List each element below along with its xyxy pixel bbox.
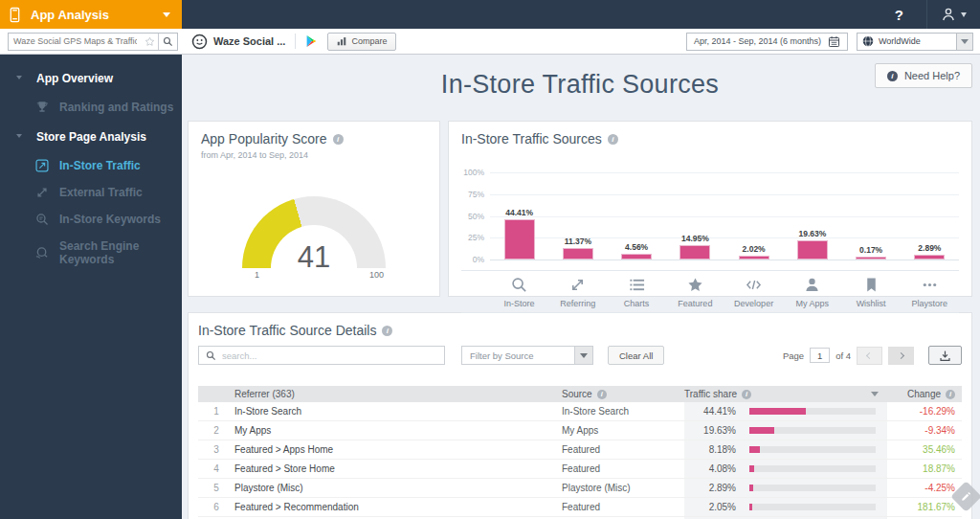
share-bar-track <box>749 446 876 453</box>
y-tick: 50% <box>468 212 484 221</box>
table-row[interactable]: 6 Featured > Recommendation Featured 2.0… <box>198 498 962 517</box>
sidebar-item-in-store-keywords[interactable]: In-Store Keywords <box>0 206 182 233</box>
sidebar-item-search-engine-keywords[interactable]: Search Engine Keywords <box>0 233 182 273</box>
user-menu[interactable] <box>926 0 980 29</box>
sidebar-item-external-traffic[interactable]: External Traffic <box>0 179 182 206</box>
info-icon[interactable] <box>946 390 955 399</box>
sidebar-item-ranking-and-ratings[interactable]: Ranking and Ratings <box>0 94 182 121</box>
sidebar-item-label: In-Store Traffic <box>59 159 141 172</box>
bar-developer[interactable]: 2.02% <box>724 244 783 259</box>
bar <box>564 249 592 259</box>
bookmark-icon <box>863 280 880 296</box>
bar-value-label: 2.89% <box>918 243 941 253</box>
info-icon[interactable] <box>333 134 344 145</box>
category-referring[interactable]: Referring <box>548 277 607 308</box>
info-icon[interactable] <box>597 390 607 399</box>
current-app-chip[interactable]: Waze Social ... <box>191 34 285 50</box>
share-value: 2.89% <box>684 483 736 493</box>
page-number-input[interactable] <box>810 348 830 363</box>
toolbar: Waze Social ... Compare Apr, 2014 - Sep,… <box>0 29 980 55</box>
traffic-share-column-header[interactable]: Traffic share <box>684 389 737 399</box>
table-search-box <box>198 346 445 365</box>
table-search-input[interactable] <box>222 350 437 361</box>
category-developer[interactable]: Developer <box>724 277 783 308</box>
row-number: 5 <box>198 483 234 493</box>
compare-button[interactable]: Compare <box>327 33 396 51</box>
source-cell: Featured <box>562 502 684 512</box>
share-bar-track <box>749 485 876 491</box>
info-icon[interactable] <box>742 390 751 399</box>
bar-referring[interactable]: 11.37% <box>548 237 607 259</box>
main-content: In-Store Traffic Sources Need Help? App … <box>182 55 980 519</box>
search-icon[interactable] <box>158 34 177 50</box>
table-row[interactable]: 4 Featured > Store Home Featured 4.08% 1… <box>198 460 962 479</box>
referrer-cell: Featured > Store Home <box>234 463 562 474</box>
star-icon <box>687 280 703 296</box>
bar-in-store[interactable]: 44.41% <box>490 208 548 259</box>
bar-my-apps[interactable]: 19.63% <box>783 229 841 259</box>
bar-value-label: 4.56% <box>625 242 648 252</box>
category-my-apps[interactable]: My Apps <box>783 277 841 308</box>
region-selector[interactable]: WorldWide <box>857 33 973 51</box>
sidebar-item-label: In-Store Keywords <box>59 213 161 226</box>
next-page-button[interactable] <box>888 347 914 365</box>
gauge-min-label: 1 <box>255 270 259 280</box>
chevron-down-icon <box>163 12 170 17</box>
sidebar-item-in-store-traffic[interactable]: In-Store Traffic <box>0 152 182 179</box>
sidebar-section-store-page-analysis[interactable]: Store Page Analysis <box>0 121 182 152</box>
bar-value-label: 19.63% <box>798 229 826 238</box>
help-button[interactable]: ? <box>872 0 926 29</box>
bar-value-label: 44.41% <box>505 208 533 217</box>
info-icon[interactable] <box>608 134 618 145</box>
source-cell: Playstore (Misc) <box>562 483 684 493</box>
table-row[interactable]: 2 My Apps My Apps 19.63% -9.34% <box>198 421 962 440</box>
app-search-input[interactable] <box>9 36 142 46</box>
code-icon <box>746 280 762 296</box>
category-featured[interactable]: Featured <box>666 277 724 308</box>
filter-by-source-select[interactable]: Filter by Source <box>461 346 593 365</box>
previous-page-button[interactable] <box>857 347 882 365</box>
y-tick: 100% <box>463 168 484 177</box>
bar-charts[interactable]: 4.56% <box>608 242 666 259</box>
pencil-icon <box>961 491 971 502</box>
topbar: App Analysis ? <box>0 0 980 29</box>
bar-playstore[interactable]: 2.89% <box>901 243 959 259</box>
bar-wishlist[interactable]: 0.17% <box>842 245 901 259</box>
date-range-picker[interactable]: Apr, 2014 - Sep, 2014 (6 months) <box>686 33 848 51</box>
google-play-icon <box>305 34 318 48</box>
table-row[interactable]: 5 Playstore (Misc) Playstore (Misc) 2.89… <box>198 479 962 498</box>
globe-icon <box>862 35 874 47</box>
referrer-column-header[interactable]: Referrer (363) <box>234 389 295 399</box>
bar <box>915 256 944 259</box>
chevron-down-icon[interactable] <box>956 34 972 50</box>
category-wishlist[interactable]: Wishlist <box>842 277 901 308</box>
change-cell: 18.87% <box>887 463 962 474</box>
referrer-cell: In-Store Search <box>234 406 562 417</box>
info-icon[interactable] <box>382 326 392 336</box>
source-cell: Featured <box>562 444 684 455</box>
category-label: Wishlist <box>842 299 901 308</box>
source-column-header[interactable]: Source <box>562 389 592 399</box>
bar-featured[interactable]: 14.95% <box>666 234 724 259</box>
change-column-header[interactable]: Change <box>907 389 941 399</box>
bar <box>798 241 827 259</box>
favorite-star-icon[interactable] <box>142 36 158 47</box>
bar <box>857 258 885 259</box>
category-playstore[interactable]: Playstore <box>901 277 959 308</box>
traffic-details-table: Referrer (363) Source Traffic share Chan… <box>198 386 962 519</box>
category-in-store[interactable]: In-Store <box>490 277 548 308</box>
clear-all-button[interactable]: Clear All <box>608 346 664 365</box>
table-row[interactable]: 1 In-Store Search In-Store Search 44.41%… <box>198 402 962 421</box>
app-analysis-menu[interactable]: App Analysis <box>0 0 182 29</box>
sidebar-section-app-overview[interactable]: App Overview <box>0 62 182 94</box>
ellipsis-icon <box>922 280 938 296</box>
need-help-button[interactable]: Need Help? <box>875 63 972 88</box>
trophy-icon <box>35 101 49 114</box>
export-button[interactable] <box>928 346 962 365</box>
row-number: 1 <box>198 406 234 417</box>
share-bar <box>749 465 754 472</box>
category-charts[interactable]: Charts <box>608 277 666 308</box>
chevron-down-icon <box>16 76 22 79</box>
sort-descending-icon[interactable] <box>871 392 879 396</box>
table-row[interactable]: 3 Featured > Apps Home Featured 8.18% 35… <box>198 440 962 460</box>
